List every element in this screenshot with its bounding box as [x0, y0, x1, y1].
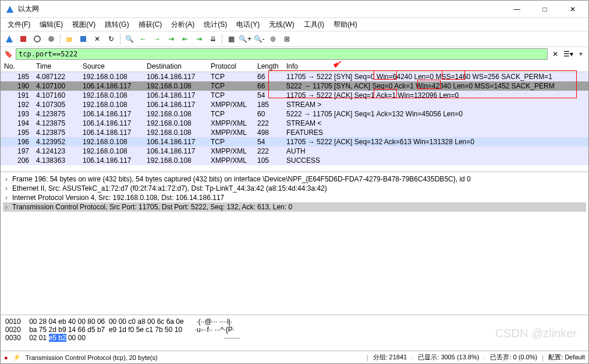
- packet-row[interactable]: 1854.087122192.168.0.108106.14.186.117TC…: [1, 72, 588, 82]
- menu-edit[interactable]: 编辑(E): [36, 19, 66, 31]
- svg-point-3: [34, 36, 40, 42]
- menu-view[interactable]: 视图(V): [69, 19, 99, 31]
- menu-capture[interactable]: 捕获(C): [135, 19, 166, 31]
- packet-row[interactable]: 1904.107100106.14.186.117192.168.0.108TC…: [1, 81, 588, 91]
- packet-row[interactable]: 1964.123952192.168.0.108106.14.186.117TC…: [1, 137, 588, 147]
- reload-icon[interactable]: ↻: [105, 33, 118, 45]
- packet-details[interactable]: ›Frame 196: 54 bytes on wire (432 bits),…: [1, 172, 588, 315]
- open-file-icon[interactable]: [63, 33, 76, 45]
- add-filter-icon[interactable]: +: [576, 49, 586, 59]
- svg-rect-2: [20, 36, 26, 42]
- filter-bar: 🔖 ✕ ☰▾ +: [1, 47, 588, 61]
- capture-options-icon[interactable]: [45, 33, 58, 45]
- statusbar: ● ⚡ Transmission Control Protocol (tcp),…: [1, 351, 588, 363]
- menu-telephony[interactable]: 电话(Y): [233, 19, 263, 31]
- status-displayed: 已显示: 3005 (13.8%): [418, 353, 479, 362]
- next-icon[interactable]: →: [151, 33, 164, 45]
- titlebar: 以太网 — □ ✕: [1, 1, 588, 18]
- prev-icon[interactable]: ←: [137, 33, 150, 45]
- menu-go[interactable]: 跳转(G): [101, 19, 132, 31]
- autoscroll-icon[interactable]: ⇊: [207, 33, 219, 45]
- detail-tcp[interactable]: ›Transmission Control Protocol, Src Port…: [3, 202, 586, 212]
- window-title: 以太网: [18, 4, 508, 14]
- menubar: 文件(F) 编辑(E) 视图(V) 跳转(G) 捕获(C) 分析(A) 统计(S…: [1, 18, 588, 31]
- status-proto: Transmission Control Protocol (tcp), 20 …: [26, 354, 362, 361]
- colorize-icon[interactable]: ▦: [225, 33, 237, 45]
- hex-view[interactable]: 0010 00 28 04 eb 40 00 80 06 00 00 c0 a8…: [1, 315, 588, 351]
- svg-rect-6: [80, 36, 86, 42]
- packet-row[interactable]: 1924.107305192.168.0.108106.14.186.117XM…: [1, 100, 588, 109]
- start-capture-icon[interactable]: [3, 33, 16, 45]
- svg-marker-0: [6, 6, 13, 13]
- packet-row[interactable]: 1954.123875106.14.186.117192.168.0.108XM…: [1, 128, 588, 137]
- menu-tools[interactable]: 工具(I): [300, 19, 328, 31]
- app-icon: [5, 5, 15, 14]
- column-headers[interactable]: No. Time Source Destination Protocol Len…: [1, 61, 588, 72]
- col-info[interactable]: Info: [283, 61, 588, 72]
- find-icon[interactable]: 🔍: [123, 33, 136, 45]
- packet-row[interactable]: 1944.123875106.14.186.117192.168.0.108XM…: [1, 119, 588, 128]
- expert-icon[interactable]: ⚡: [13, 354, 21, 361]
- close-button[interactable]: ✕: [564, 3, 581, 15]
- detail-frame[interactable]: ›Frame 196: 54 bytes on wire (432 bits),…: [3, 174, 586, 184]
- close-file-icon[interactable]: ✕: [91, 33, 104, 45]
- minimize-button[interactable]: —: [508, 3, 526, 15]
- col-len[interactable]: Length: [254, 61, 283, 72]
- packet-list[interactable]: 三次握手的包 No. Time Source Destination Proto…: [1, 61, 588, 172]
- last-icon[interactable]: ⇥: [193, 33, 205, 45]
- stop-capture-icon[interactable]: [17, 33, 30, 45]
- menu-help[interactable]: 帮助(H): [330, 19, 361, 31]
- svg-point-4: [48, 36, 54, 42]
- col-proto[interactable]: Protocol: [207, 61, 254, 72]
- zoom-reset-icon[interactable]: ⊜: [267, 33, 279, 45]
- expression-icon[interactable]: ☰▾: [563, 49, 573, 59]
- col-time[interactable]: Time: [33, 61, 79, 72]
- zoom-in-icon[interactable]: 🔍+: [239, 33, 251, 45]
- first-icon[interactable]: ⇤: [179, 33, 191, 45]
- svg-marker-1: [6, 35, 13, 42]
- col-source[interactable]: Source: [79, 61, 143, 72]
- maximize-button[interactable]: □: [536, 3, 553, 15]
- display-filter-input[interactable]: [16, 48, 548, 60]
- error-indicator-icon[interactable]: ●: [4, 354, 8, 361]
- packet-row[interactable]: 1914.107160192.168.0.108106.14.186.117TC…: [1, 91, 588, 100]
- status-packets: 分组: 21841: [373, 353, 407, 362]
- col-dest[interactable]: Destination: [143, 61, 207, 72]
- packet-row[interactable]: 1974.124123192.168.0.108106.14.186.117XM…: [1, 147, 588, 156]
- restart-capture-icon[interactable]: [31, 33, 44, 45]
- bookmark-icon[interactable]: 🔖: [3, 49, 13, 59]
- detail-ip[interactable]: ›Internet Protocol Version 4, Src: 192.1…: [3, 193, 586, 202]
- resize-cols-icon[interactable]: ⊞: [281, 33, 293, 45]
- menu-analyze[interactable]: 分析(A): [168, 19, 198, 31]
- menu-statistics[interactable]: 统计(S): [200, 19, 230, 31]
- packet-row[interactable]: 1934.123875106.14.186.117192.168.0.108TC…: [1, 109, 588, 119]
- hex-highlight: e5 b2: [49, 334, 66, 342]
- col-no[interactable]: No.: [1, 61, 33, 72]
- jump-icon[interactable]: ⇥: [165, 33, 178, 45]
- packet-row[interactable]: 2064.138363106.14.186.117192.168.0.108XM…: [1, 156, 588, 165]
- menu-wireless[interactable]: 无线(W): [265, 19, 297, 31]
- menu-file[interactable]: 文件(F): [4, 19, 34, 31]
- zoom-out-icon[interactable]: 🔍-: [253, 33, 265, 45]
- clear-filter-icon[interactable]: ✕: [550, 49, 560, 59]
- status-profile: 配置: Default: [548, 353, 585, 362]
- detail-ethernet[interactable]: ›Ethernet II, Src: ASUSTekC_a1:72:d7 (f0…: [3, 184, 586, 193]
- svg-rect-5: [66, 37, 72, 42]
- toolbar: ✕ ↻ 🔍 ← → ⇥ ⇤ ⇥ ⇊ ▦ 🔍+ 🔍- ⊜ ⊞: [1, 31, 588, 47]
- status-dropped: 已丢弃: 0 (0.0%): [490, 353, 537, 362]
- save-file-icon[interactable]: [77, 33, 90, 45]
